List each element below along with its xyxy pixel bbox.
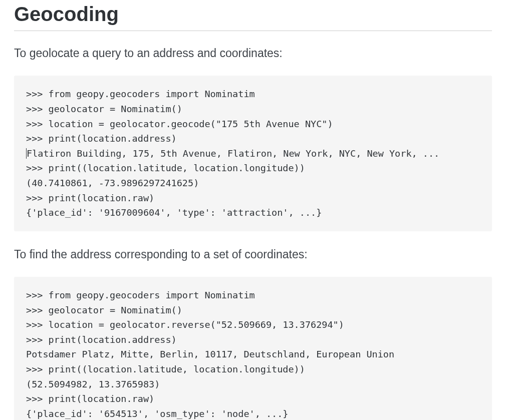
code-line: >>> geolocator = Nominatim() — [26, 104, 182, 114]
code-output: (40.7410861, -73.9896297241625) — [26, 178, 199, 188]
heading-rule — [14, 31, 492, 31]
code-line: >>> print(location.address) — [26, 133, 177, 144]
code-example-geocode: >>> from geopy.geocoders import Nominati… — [14, 76, 492, 231]
code-line: >>> print(location.raw) — [26, 193, 154, 203]
code-output: Potsdamer Platz, Mitte, Berlin, 10117, D… — [26, 349, 394, 359]
intro-geocode: To geolocate a query to an address and c… — [14, 45, 492, 62]
code-line: >>> print((location.latitude, location.l… — [26, 364, 305, 374]
code-output: {'place_id': '654513', 'osm_type': 'node… — [26, 408, 288, 419]
intro-reverse: To find the address corresponding to a s… — [14, 246, 492, 263]
code-example-reverse: >>> from geopy.geocoders import Nominati… — [14, 277, 492, 420]
geocoding-section: Geocoding To geolocate a query to an add… — [0, 0, 506, 420]
code-line: >>> print((location.latitude, location.l… — [26, 163, 305, 173]
section-heading: Geocoding — [14, 0, 492, 31]
code-output: Flatiron Building, 175, 5th Avenue, Flat… — [26, 148, 439, 159]
code-line: >>> location = geolocator.reverse("52.50… — [26, 319, 344, 330]
code-line: >>> print(location.address) — [26, 334, 177, 345]
code-line: >>> from geopy.geocoders import Nominati… — [26, 89, 255, 99]
code-line: >>> geolocator = Nominatim() — [26, 305, 182, 315]
code-line: >>> location = geolocator.geocode("175 5… — [26, 119, 333, 129]
code-output: (52.5094982, 13.3765983) — [26, 379, 160, 389]
code-line: >>> print(location.raw) — [26, 393, 154, 404]
code-line: >>> from geopy.geocoders import Nominati… — [26, 290, 255, 300]
code-output: {'place_id': '9167009604', 'type': 'attr… — [26, 207, 322, 218]
